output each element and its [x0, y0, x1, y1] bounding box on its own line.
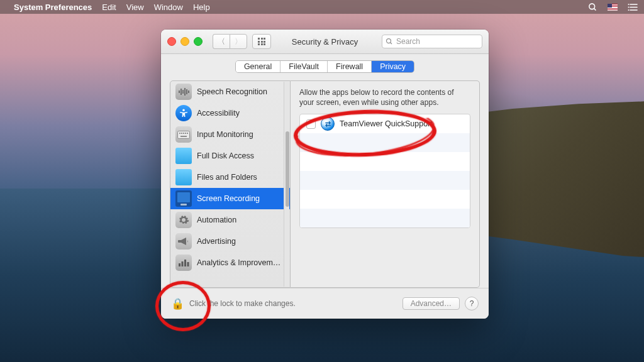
content-description: Allow the apps below to record the conte… [299, 87, 470, 107]
sidebar-item-label: Speech Recognition [197, 87, 267, 96]
lock-message: Click the lock to make changes. [189, 299, 296, 308]
tab-privacy[interactable]: Privacy [372, 61, 414, 72]
accessibility-icon [175, 105, 192, 121]
help-button[interactable]: ? [465, 297, 479, 310]
back-button[interactable]: 〈 [213, 34, 230, 49]
svg-rect-17 [181, 133, 182, 134]
svg-rect-18 [183, 133, 184, 134]
advanced-button[interactable]: Advanced… [402, 297, 460, 310]
sidebar-item-files-and-folders[interactable]: Files and Folders [170, 167, 290, 188]
preferences-window: 〈 〉 Security & Privacy General FileVault… [161, 30, 489, 319]
spotlight-icon[interactable] [588, 3, 597, 12]
window-titlebar: 〈 〉 Security & Privacy [161, 30, 489, 54]
sidebar-item-label: Files and Folders [197, 173, 257, 182]
sidebar-item-label: Screen Recording [197, 194, 260, 203]
svg-point-7 [628, 9, 630, 11]
app-row-empty [300, 152, 470, 171]
svg-rect-20 [187, 133, 188, 134]
sidebar-item-analytics[interactable]: Analytics & Improvem… [170, 252, 290, 273]
sidebar-item-label: Advertising [197, 237, 236, 246]
sidebar-item-full-disk-access[interactable]: Full Disk Access [170, 145, 290, 167]
window-traffic-lights [167, 37, 203, 46]
search-input[interactable] [382, 35, 482, 48]
forward-button[interactable]: 〉 [230, 34, 247, 49]
folder-icon [175, 148, 192, 164]
tab-firewall[interactable]: Firewall [328, 61, 372, 72]
sidebar-item-advertising[interactable]: Advertising [170, 231, 290, 252]
window-close-button[interactable] [167, 37, 176, 46]
window-footer: 🔒 Click the lock to make changes. Advanc… [161, 288, 489, 319]
menubar-help[interactable]: Help [193, 3, 210, 12]
app-row-empty [300, 190, 470, 209]
app-name-label: TeamViewer QuickSupport [340, 119, 433, 128]
svg-rect-15 [178, 131, 190, 138]
window-minimize-button[interactable] [180, 37, 189, 46]
svg-point-14 [182, 109, 185, 111]
privacy-sidebar: Speech Recognition Accessibility Input M… [170, 80, 291, 288]
sidebar-item-accessibility[interactable]: Accessibility [170, 102, 290, 124]
app-row-empty [300, 133, 470, 152]
tab-row: General FileVault Firewall Privacy [161, 54, 489, 80]
svg-rect-23 [182, 261, 184, 266]
sidebar-item-label: Input Monitoring [197, 130, 253, 139]
svg-point-0 [589, 3, 595, 9]
sidebar-scrollbar-thumb[interactable] [286, 131, 289, 207]
svg-rect-21 [180, 136, 187, 137]
app-row-empty [300, 171, 470, 190]
nav-buttons: 〈 〉 [213, 34, 247, 49]
svg-rect-24 [184, 260, 186, 266]
app-row-empty [300, 209, 470, 228]
megaphone-icon [175, 233, 192, 250]
svg-rect-16 [179, 133, 180, 134]
svg-line-1 [594, 8, 596, 10]
barchart-icon [175, 255, 192, 271]
gear-icon [175, 212, 192, 228]
sidebar-item-screen-recording[interactable]: Screen Recording [170, 188, 290, 209]
svg-rect-19 [185, 133, 186, 134]
privacy-content: Allow the apps below to record the conte… [291, 80, 480, 288]
control-center-icon[interactable] [628, 3, 638, 11]
sidebar-item-input-monitoring[interactable]: Input Monitoring [170, 124, 290, 145]
app-row-teamviewer[interactable]: TeamViewer QuickSupport [300, 114, 470, 133]
show-all-button[interactable] [252, 34, 271, 49]
lock-icon[interactable]: 🔒 [171, 297, 184, 310]
svg-point-3 [628, 4, 630, 5]
app-checkbox[interactable] [306, 119, 316, 129]
menubar-app-name[interactable]: System Preferences [14, 3, 92, 12]
tab-general[interactable]: General [236, 61, 280, 72]
menubar-view[interactable]: View [126, 3, 144, 12]
tab-filevault[interactable]: FileVault [280, 61, 328, 72]
sidebar-item-speech-recognition[interactable]: Speech Recognition [170, 81, 290, 102]
sidebar-item-label: Full Disk Access [197, 151, 254, 160]
menubar-edit[interactable]: Edit [102, 3, 116, 12]
sidebar-item-label: Automation [197, 216, 236, 224]
sidebar-item-automation[interactable]: Automation [170, 209, 290, 231]
keyboard-icon [175, 126, 192, 143]
input-source-flag-icon[interactable] [608, 4, 618, 11]
menubar: System Preferences Edit View Window Help [0, 0, 644, 14]
waveform-icon [175, 84, 192, 100]
menubar-window[interactable]: Window [154, 3, 183, 12]
sidebar-item-label: Accessibility [197, 109, 240, 118]
window-zoom-button[interactable] [194, 37, 203, 46]
teamviewer-icon [321, 117, 335, 131]
folder-icon [175, 169, 192, 185]
monitor-icon [175, 190, 192, 207]
svg-rect-25 [187, 262, 189, 266]
app-list: TeamViewer QuickSupport [299, 114, 470, 228]
svg-rect-22 [179, 263, 180, 266]
svg-point-5 [628, 6, 630, 8]
sidebar-item-label: Analytics & Improvem… [197, 258, 280, 267]
